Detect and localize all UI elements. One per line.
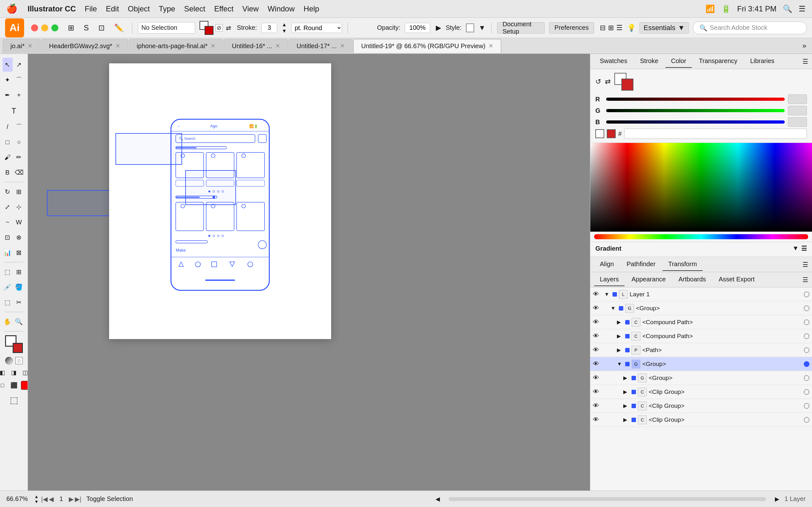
- document-setup-button[interactable]: Document Setup: [497, 22, 545, 34]
- stroke-value-input[interactable]: [261, 23, 277, 33]
- layers-tab-asset-export[interactable]: Asset Export: [713, 273, 760, 286]
- layer-row-group2[interactable]: 👁 ▼ G <Group>: [590, 357, 812, 371]
- line-tool[interactable]: /: [3, 120, 13, 134]
- layer-row-clipgrp2[interactable]: 👁 ▶ C <Clip Group>: [590, 399, 812, 413]
- paint-bucket-tool[interactable]: 🪣: [14, 280, 24, 294]
- direct-select-tool[interactable]: ↗: [14, 58, 24, 72]
- tab-close-jo[interactable]: ✕: [28, 43, 32, 49]
- r-slider[interactable]: [606, 98, 785, 101]
- layer-row-clipgrp1[interactable]: 👁 ▶ C <Clip Group>: [590, 385, 812, 399]
- tab-close-headerbg[interactable]: ✕: [115, 43, 120, 49]
- free-transform-tool[interactable]: ⊡: [3, 230, 13, 244]
- zoom-tool[interactable]: 🔍: [14, 315, 24, 329]
- tab-untitled16[interactable]: Untitled-16* ... ✕: [224, 39, 288, 53]
- menu-file[interactable]: File: [85, 4, 97, 13]
- essentials-workspace[interactable]: Essentials ▼: [640, 22, 689, 34]
- layer-row-cpath1[interactable]: 👁 ▶ C <Compound Path>: [590, 315, 812, 329]
- color-guide-icon[interactable]: □: [0, 381, 7, 390]
- tab-stroke[interactable]: Stroke: [635, 55, 664, 68]
- scroll-right-btn[interactable]: ▶: [775, 496, 779, 503]
- menu-view[interactable]: View: [242, 4, 259, 13]
- last-artboard-btn[interactable]: ▶|: [75, 495, 81, 503]
- tab-untitled17[interactable]: Untitled-17* ... ✕: [289, 39, 353, 53]
- g-value[interactable]: [788, 106, 807, 115]
- b-slider[interactable]: [606, 120, 785, 124]
- eye-icon-cpath2[interactable]: 👁: [593, 332, 600, 340]
- type-tool[interactable]: T: [4, 103, 23, 118]
- expand-layer1[interactable]: ▼: [604, 291, 611, 297]
- panel-options-icon[interactable]: ☰: [616, 24, 623, 32]
- gradient-options-icon[interactable]: ☰: [801, 245, 807, 252]
- eye-icon-clipgrp2[interactable]: 👁: [593, 402, 600, 409]
- gradient-panel-icon[interactable]: ◫: [21, 368, 28, 377]
- expand-path1[interactable]: ▶: [617, 347, 623, 353]
- gradient-tool[interactable]: ⬚: [3, 265, 13, 279]
- slice-tool[interactable]: ✂: [14, 295, 24, 309]
- layer-target-layer1[interactable]: [804, 291, 809, 297]
- stroke-color-box[interactable]: [13, 343, 23, 353]
- menu-effect[interactable]: Effect: [214, 4, 234, 13]
- style-dropdown-icon[interactable]: ▼: [478, 24, 486, 32]
- layer-target-group2[interactable]: [804, 361, 809, 367]
- brush-options-icon[interactable]: ✏️: [112, 22, 126, 34]
- tab-headerbg[interactable]: HeaderBGWavy2.svg* ✕: [41, 39, 128, 53]
- menu-window[interactable]: Window: [268, 4, 295, 13]
- layer-target-group1[interactable]: [804, 305, 809, 311]
- artboard-tool[interactable]: ⬚: [3, 295, 13, 309]
- r-value[interactable]: [788, 95, 807, 104]
- tab-iphone[interactable]: iphone-arts-page-final.ai* ✕: [129, 39, 223, 53]
- eye-icon-group1[interactable]: 👁: [593, 304, 600, 312]
- hex-fill-swatch[interactable]: [595, 129, 604, 138]
- width-tool[interactable]: W: [14, 215, 24, 229]
- none-icon[interactable]: ⊘: [15, 357, 23, 364]
- menu-edit[interactable]: Edit: [106, 4, 119, 13]
- stroke-swatch[interactable]: [621, 78, 633, 91]
- layers-tab-layers[interactable]: Layers: [594, 273, 624, 286]
- expand-clipgrp2[interactable]: ▶: [623, 403, 629, 409]
- layer-target-cpath1[interactable]: [804, 320, 809, 325]
- prev-artboard-btn[interactable]: ◀: [49, 495, 54, 503]
- mesh-tool[interactable]: ⊞: [14, 265, 24, 279]
- sub-tab-transform[interactable]: Transform: [663, 258, 703, 271]
- eraser-tool[interactable]: ⌫: [14, 165, 24, 179]
- b-value[interactable]: [788, 117, 807, 127]
- tab-close-iphone[interactable]: ✕: [211, 43, 215, 49]
- swap-colors-icon[interactable]: ⇄: [225, 24, 233, 32]
- eye-icon-group3[interactable]: 👁: [593, 374, 600, 382]
- expand-group3[interactable]: ▶: [623, 375, 629, 381]
- anchor-tool[interactable]: +: [14, 88, 24, 102]
- gradient-expand-icon[interactable]: ▼: [792, 245, 799, 252]
- tab-jo[interactable]: jo.ai* ✕: [3, 39, 40, 53]
- artboard[interactable]: ← Ago 📶🔋 🔍 Search: [109, 63, 331, 339]
- menu-type[interactable]: Type: [159, 4, 175, 13]
- canvas-area[interactable]: ← Ago 📶🔋 🔍 Search: [28, 54, 590, 491]
- red-indicator[interactable]: [21, 381, 28, 390]
- g-slider[interactable]: [606, 109, 785, 112]
- maximize-button[interactable]: [51, 24, 58, 32]
- color-mode-icon[interactable]: [5, 357, 13, 364]
- color-picker[interactable]: [590, 143, 812, 232]
- expand-clipgrp1[interactable]: ▶: [623, 389, 629, 395]
- ellipse-tool[interactable]: ○: [14, 135, 24, 149]
- warp-tool[interactable]: ~: [3, 215, 13, 229]
- eye-icon-clipgrp1[interactable]: 👁: [593, 388, 600, 395]
- light-bulb-icon[interactable]: 💡: [627, 24, 636, 32]
- expand-group1[interactable]: ▼: [611, 305, 617, 311]
- layer-target-clipgrp3[interactable]: [804, 417, 809, 423]
- color-arrows-icon[interactable]: ⇄: [605, 78, 611, 86]
- hex-stroke-swatch[interactable]: [607, 129, 616, 138]
- layer-row-layer1[interactable]: 👁 ▼ L Layer 1: [590, 287, 812, 301]
- minimize-button[interactable]: [41, 24, 48, 32]
- first-artboard-btn[interactable]: |◀: [41, 495, 48, 503]
- opacity-expand-icon[interactable]: ▶: [436, 24, 441, 32]
- tab-close-untitled17[interactable]: ✕: [340, 43, 345, 49]
- shape-builder-tool[interactable]: ⊗: [14, 230, 24, 244]
- preferences-button[interactable]: Preferences: [549, 22, 594, 34]
- layer-row-group1[interactable]: 👁 ▼ G <Group>: [590, 301, 812, 315]
- stroke-indicator[interactable]: [205, 26, 213, 35]
- horizontal-scrollbar[interactable]: [449, 497, 766, 501]
- pen-tool[interactable]: ✒: [3, 88, 13, 102]
- style-libraries-icon[interactable]: S: [81, 22, 91, 34]
- tab-close-untitled19[interactable]: ✕: [489, 43, 493, 49]
- hex-input[interactable]: [624, 129, 807, 139]
